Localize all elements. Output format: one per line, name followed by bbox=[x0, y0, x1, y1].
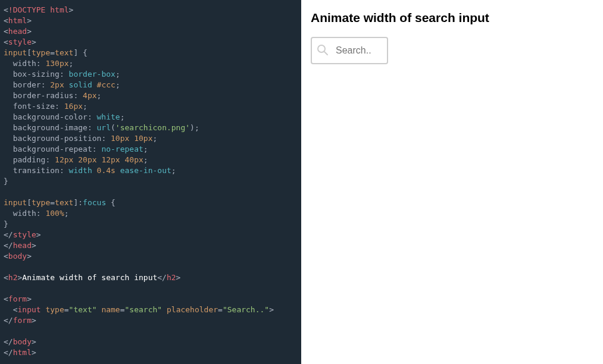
page-title: Animate width of search input bbox=[311, 11, 593, 25]
search-input[interactable] bbox=[311, 37, 388, 64]
search-form bbox=[311, 37, 593, 64]
preview-panel: Animate width of search input bbox=[301, 0, 603, 364]
code-editor-panel[interactable]: <!DOCTYPE html> <html> <head> <style> in… bbox=[0, 0, 301, 364]
